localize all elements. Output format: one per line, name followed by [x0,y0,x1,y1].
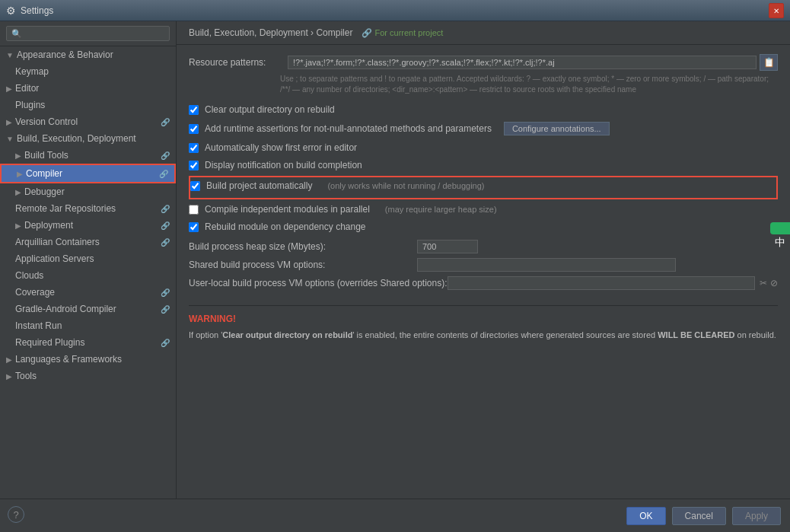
sidebar-item-label: Required Plugins [15,337,84,348]
resource-label: Resource patterns: [189,57,288,68]
compile-parallel-checkbox[interactable] [189,205,199,215]
search-input[interactable] [6,26,170,41]
sidebar-item-label: Remote Jar Repositories [15,203,116,214]
arrow-icon: ▶ [6,84,12,93]
build-auto-highlight: Build project automatically (only works … [189,176,778,199]
heap-size-label: Build process heap size (Mbytes): [189,241,417,252]
title-bar-title: Settings [21,5,53,16]
sidebar-item-label: Application Servers [15,253,94,264]
sidebar-item-keymap[interactable]: Keymap [0,63,176,80]
cancel-button[interactable]: Cancel [672,507,726,525]
sidebar-item-app-servers[interactable]: Application Servers [0,250,176,267]
notify-build-label[interactable]: Display notification on build completion [205,160,362,170]
content-body: Resource patterns: 📋 Use ; to separate p… [177,45,790,358]
build-auto-label[interactable]: Build project automatically [206,180,312,191]
sidebar-item-remote-jar[interactable]: Remote Jar Repositories 🔗 [0,200,176,217]
compile-parallel-row: Compile independent modules in parallel … [189,202,778,216]
close-button[interactable]: ✕ [769,3,784,18]
add-runtime-row: Add runtime assertions for not-null-anno… [189,120,778,137]
sidebar-item-build-tools[interactable]: ▶ Build Tools 🔗 [0,147,176,164]
sidebar-item-appearance[interactable]: ▼ Appearance & Behavior [0,46,176,63]
configure-annotations-button[interactable]: Configure annotations... [504,122,610,135]
sidebar-item-instant-run[interactable]: Instant Run [0,317,176,334]
arrow-icon: ▶ [17,170,23,178]
resource-patterns-row: Resource patterns: 📋 [189,54,778,71]
sidebar-item-languages[interactable]: ▶ Languages & Frameworks [0,351,176,368]
settings-icon: ⚙ [6,5,16,17]
ok-button[interactable]: OK [626,507,665,525]
clear-output-label[interactable]: Clear output directory on rebuild [205,104,335,115]
sidebar-item-label: Clouds [15,270,43,281]
sidebar-item-deployment[interactable]: ▶ Deployment 🔗 [0,217,176,234]
notify-build-checkbox[interactable] [189,161,199,170]
user-vm-label: User-local build process VM options (ove… [189,278,448,288]
clear-output-row: Clear output directory on rebuild [189,103,778,116]
sidebar-item-label: Build, Execution, Deployment [17,133,136,144]
resource-browse-button[interactable]: 📋 [760,54,778,71]
badge-icon: 🔗 [161,288,170,297]
badge-icon: 🔗 [161,238,170,247]
build-auto-note: (only works while not running / debuggin… [327,181,484,190]
add-runtime-label[interactable]: Add runtime assertions for not-null-anno… [205,123,492,134]
help-button[interactable]: ? [8,506,24,523]
heap-size-row: Build process heap size (Mbytes): [189,240,778,253]
compile-parallel-label[interactable]: Compile independent modules in parallel [205,204,370,215]
sidebar-item-label: Compiler [26,168,62,179]
build-auto-checkbox[interactable] [190,181,200,191]
shared-vm-input[interactable] [417,258,676,272]
sidebar-item-coverage[interactable]: Coverage 🔗 [0,284,176,301]
sidebar-item-label: Languages & Frameworks [15,354,122,365]
content-header: Build, Execution, Deployment › Compiler … [177,21,790,45]
apply-button[interactable]: Apply [732,507,781,525]
sidebar-item-editor[interactable]: ▶ Editor [0,80,176,97]
rebuild-module-row: Rebuild module on dependency change [189,220,778,234]
badge-icon: 🔗 [159,170,168,178]
cancel-icon: ⊘ [770,278,778,288]
sidebar-item-build-execution[interactable]: ▼ Build, Execution, Deployment [0,130,176,147]
sidebar-item-label: Deployment [24,220,73,231]
compile-parallel-note: (may require larger heap size) [385,205,497,214]
add-runtime-checkbox[interactable] [189,124,199,134]
warning-section: WARNING! If option 'Clear output directo… [189,305,778,349]
arrow-icon: ▶ [6,118,12,126]
show-error-checkbox[interactable] [189,143,199,153]
scissors-icon: ✂ [760,278,767,288]
badge-icon: 🔗 [161,221,170,230]
build-auto-row: Build project automatically (only works … [190,179,776,193]
sidebar-item-required-plugins[interactable]: Required Plugins 🔗 [0,334,176,351]
clear-output-checkbox[interactable] [189,105,199,115]
sidebar-item-label: Coverage [15,287,55,298]
arrow-icon: ▶ [15,151,21,160]
sidebar-item-label: Plugins [15,100,45,110]
rebuild-module-label[interactable]: Rebuild module on dependency change [205,221,366,232]
arrow-icon: ▼ [6,135,14,143]
sidebar-item-label: Keymap [15,66,49,77]
user-vm-row: User-local build process VM options (ove… [189,276,778,290]
badge-icon: 🔗 [161,118,170,126]
sidebar-item-arquillian[interactable]: Arquillian Containers 🔗 [0,234,176,250]
sidebar-item-plugins[interactable]: Plugins [0,97,176,113]
sidebar-item-version-control[interactable]: ▶ Version Control 🔗 [0,113,176,130]
sidebar-item-debugger[interactable]: ▶ Debugger [0,183,176,200]
user-vm-input[interactable] [448,276,756,290]
sidebar-item-label: Appearance & Behavior [17,49,113,60]
shared-vm-row: Shared build process VM options: [189,258,778,272]
rebuild-module-checkbox[interactable] [189,222,199,232]
resource-input[interactable] [288,56,757,69]
sidebar: ▼ Appearance & Behavior Keymap ▶ Editor … [0,21,177,499]
warning-title: WARNING! [189,314,778,324]
sidebar-item-tools[interactable]: ▶ Tools [0,368,176,384]
heap-size-input[interactable] [417,240,478,253]
arrow-icon: ▶ [6,372,12,381]
hint-text: Use ; to separate patterns and ! to nega… [280,74,778,95]
sidebar-item-clouds[interactable]: Clouds [0,267,176,284]
show-error-label[interactable]: Automatically show first error in editor [205,142,357,153]
sidebar-item-label: Build Tools [24,150,68,161]
shared-vm-label: Shared build process VM options: [189,260,417,270]
arrow-icon: ▶ [15,188,21,196]
kite-badge[interactable]: 中 [770,222,790,234]
sidebar-item-label: Tools [15,371,37,381]
project-tag: 🔗 For current project [362,28,443,38]
sidebar-item-compiler[interactable]: ▶ Compiler 🔗 [0,164,176,183]
sidebar-item-gradle-android[interactable]: Gradle-Android Compiler 🔗 [0,301,176,317]
